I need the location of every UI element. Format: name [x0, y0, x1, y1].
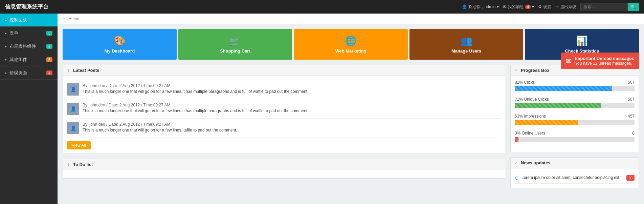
dashboard-card-icon: 🎨	[66, 35, 173, 46]
user-icon: 👤	[462, 4, 467, 9]
messages-menu[interactable]: ✉ 我的消息 4 ▾	[503, 4, 534, 10]
view-all-button[interactable]: View All	[67, 141, 91, 149]
news-text: Lorem ipsum dolor sit amet, consectetur …	[521, 175, 620, 180]
progress-bar-fill	[515, 86, 612, 91]
cart-card-label: Shopping Cart	[182, 48, 289, 54]
progress-label-row: 53% Impressions 457	[515, 114, 635, 119]
layout-badge: 6	[46, 44, 52, 49]
post-text: This is a much longer one that will go o…	[83, 108, 308, 113]
progress-count: 567	[628, 80, 635, 85]
gear-icon: ⚙	[538, 4, 542, 9]
progress-label-row: 72% Unique Clicks 507	[515, 97, 635, 102]
post-content: By: john deo / Date: 2 Aug 2012 / Time:0…	[83, 83, 308, 96]
search-input[interactable]	[580, 3, 628, 11]
progress-count: 8	[632, 131, 635, 136]
logout-menu[interactable]: ↪ 退出系统	[555, 4, 576, 10]
progress-box-panel: ✓ Progress Box 81% Clicks 567	[510, 65, 639, 152]
sidebar-item-other[interactable]: ▪ 其他组件 5	[0, 53, 58, 66]
toast-envelope-icon: ✉	[566, 57, 572, 65]
sidebar-item-label: 布局表格组件	[9, 43, 36, 49]
sidebar-item-dashboard[interactable]: ▪ 控制面板	[0, 14, 58, 27]
toast-notification: ✉ Important Unread messages You have 12 …	[561, 53, 639, 69]
collapse-news-icon[interactable]: ✓	[515, 161, 517, 165]
progress-bar-bg	[515, 137, 635, 142]
post-meta: By: john deo / Date: 2 Aug 2012 / Time:0…	[83, 83, 308, 88]
quick-link-cart[interactable]: 🛒 Shopping Cart	[178, 29, 292, 60]
progress-item-impressions: 53% Impressions 457	[515, 114, 635, 125]
collapse-icon[interactable]: ❯	[67, 68, 70, 72]
collapse-todo-icon[interactable]: ❯	[67, 163, 70, 166]
news-check-icon: ⊙	[515, 175, 519, 181]
quick-link-users[interactable]: 👥 Manage Users	[409, 29, 524, 60]
quick-link-dashboard[interactable]: 🎨 My Dashboard	[63, 29, 177, 60]
progress-bar-bg	[515, 120, 635, 125]
layout-icon: ▪	[5, 44, 7, 49]
progress-bar-fill	[515, 137, 518, 142]
latest-posts-header: ❯ Latest Posts	[63, 65, 505, 76]
welcome-user[interactable]: 👤 欢迎你，admin ▾	[462, 4, 499, 10]
search-box: 🔍	[580, 3, 639, 11]
news-number-badge: 20	[626, 175, 635, 181]
right-column: ✓ Progress Box 81% Clicks 567	[510, 65, 639, 193]
marketing-card-icon: 🌐	[297, 35, 404, 46]
progress-label: 3% Online Users	[515, 131, 545, 136]
progress-box-title: Progress Box	[521, 68, 550, 73]
users-card-label: Manage Users	[413, 48, 520, 54]
latest-posts-body: 👤 By: john deo / Date: 2 Aug 2012 / Time…	[63, 76, 505, 154]
news-updates-panel: ✓ News updates ⊙ Lorem ipsum dolor sit a…	[510, 157, 639, 188]
content-row: ❯ Latest Posts 👤 By: john deo / Date: 2 …	[58, 60, 644, 198]
forms-badge: 3	[46, 31, 52, 36]
progress-bar-bg	[515, 86, 635, 91]
post-text: This is a much longer one that will go o…	[83, 128, 237, 132]
latest-posts-title: Latest Posts	[73, 68, 99, 73]
page-layout: ▪ 控制面板 ▪ 表单 3 ▪ 布局表格组件 6 ▪ 其他组件 5	[0, 14, 644, 204]
home-icon: ⌂	[63, 16, 65, 21]
error-icon: ▪	[5, 70, 7, 76]
sidebar-item-label: 错误页面	[9, 70, 27, 76]
quick-link-marketing[interactable]: 🌐 Web Marketing	[294, 29, 408, 60]
sidebar-item-forms[interactable]: ▪ 表单 3	[0, 27, 58, 40]
progress-item-online: 3% Online Users 8	[515, 131, 635, 142]
post-meta: By: john deo / Date: 2 Aug 2012 / Time:0…	[83, 103, 308, 107]
news-updates-title: News updates	[521, 160, 550, 165]
post-meta: By: john deo / Date: 2 Aug 2012 / Time:0…	[83, 122, 237, 127]
toast-title: Important Unread messages	[575, 56, 634, 61]
sidebar-item-error[interactable]: ▪ 错误页面 4	[0, 66, 58, 80]
avatar: 👤	[67, 122, 79, 134]
top-nav-right: 👤 欢迎你，admin ▾ ✉ 我的消息 4 ▾ ⚙ 设置 ↪ 退出系统 🔍	[462, 3, 639, 11]
progress-label-row: 81% Clicks 567	[515, 80, 635, 85]
news-updates-body: ⊙ Lorem ipsum dolor sit amet, consectetu…	[511, 168, 639, 188]
progress-bar-fill	[515, 103, 601, 108]
progress-label: 53% Impressions	[515, 114, 546, 119]
messages-badge: 4	[525, 5, 531, 9]
avatar: 👤	[67, 83, 79, 96]
app-title: 信息管理系统平台	[5, 3, 48, 11]
news-item: ⊙ Lorem ipsum dolor sit amet, consectetu…	[515, 172, 635, 184]
search-button[interactable]: 🔍	[628, 3, 639, 11]
breadcrumb-home: Home	[68, 16, 79, 21]
quick-links-bar: 🎨 My Dashboard 🛒 Shopping Cart 🌐 Web Mar…	[58, 24, 644, 60]
top-navigation: 信息管理系统平台 👤 欢迎你，admin ▾ ✉ 我的消息 4 ▾ ⚙ 设置 ↪…	[0, 0, 644, 14]
progress-label: 81% Clicks	[515, 80, 535, 85]
collapse-progress-icon[interactable]: ✓	[515, 68, 517, 72]
error-badge: 4	[46, 70, 52, 75]
sidebar-item-layout[interactable]: ▪ 布局表格组件 6	[0, 40, 58, 53]
left-column: ❯ Latest Posts 👤 By: john deo / Date: 2 …	[63, 65, 505, 193]
latest-posts-panel: ❯ Latest Posts 👤 By: john deo / Date: 2 …	[63, 65, 505, 154]
todo-title: To Do list	[73, 162, 93, 167]
progress-label-row: 3% Online Users 8	[515, 131, 635, 136]
statistics-card-icon: 📊	[528, 35, 636, 46]
toast-content: Important Unread messages You have 12 un…	[575, 56, 634, 66]
marketing-card-label: Web Marketing	[297, 48, 404, 54]
breadcrumb: ⌂ Home	[58, 14, 644, 24]
progress-bar-bg	[515, 103, 635, 108]
other-badge: 5	[46, 57, 52, 62]
post-content: By: john deo / Date: 2 Aug 2012 / Time:0…	[83, 122, 237, 134]
settings-menu[interactable]: ⚙ 设置	[538, 4, 551, 10]
post-content: By: john deo / Date: 2 Aug 2012 / Time:0…	[83, 103, 308, 115]
sidebar-item-label: 控制面板	[9, 17, 27, 23]
post-item: 👤 By: john deo / Date: 2 Aug 2012 / Time…	[67, 80, 501, 99]
post-item: 👤 By: john deo / Date: 2 Aug 2012 / Time…	[67, 119, 501, 138]
todo-body	[63, 170, 505, 178]
progress-label: 72% Unique Clicks	[515, 97, 549, 102]
